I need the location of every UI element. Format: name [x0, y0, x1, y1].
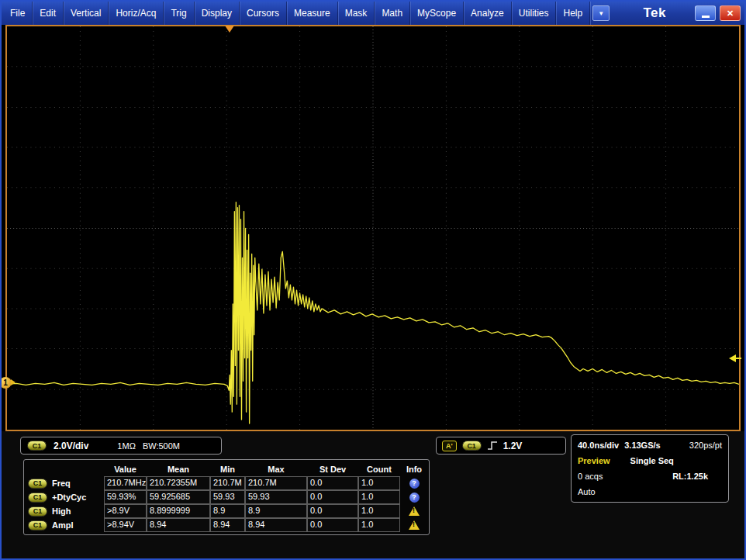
sample-rate-value: 3.13GS/s: [624, 441, 660, 450]
tek-logo: Tek: [643, 5, 666, 21]
channel1-badge[interactable]: C1: [28, 520, 47, 531]
warning-icon[interactable]: [409, 506, 420, 516]
input-impedance: 1MΩ: [117, 441, 136, 451]
max-cell: 210.7M: [245, 476, 307, 490]
chevron-down-icon: ▼: [598, 10, 604, 17]
measurement-name: High: [52, 506, 71, 516]
status-area: C1 2.0V/div 1MΩ BW:500M A' C1 1.2V 40.0n…: [2, 431, 744, 558]
menu-dropdown-button[interactable]: ▼: [592, 5, 610, 21]
trigger-level-arrow[interactable]: [729, 354, 741, 362]
trigger-readout[interactable]: A' C1 1.2V: [436, 437, 566, 455]
channel1-badge[interactable]: C1: [27, 441, 47, 451]
count-cell: 1.0: [358, 504, 400, 518]
graticule: [7, 26, 739, 430]
header-info: Info: [400, 465, 428, 474]
menu-item-math[interactable]: Math: [375, 2, 410, 25]
mean-cell: 8.8999999: [147, 504, 210, 518]
info-icon[interactable]: [409, 493, 420, 503]
mean-cell: 59.925685: [147, 490, 210, 504]
count-cell: 1.0: [358, 490, 400, 504]
stdev-cell: 0.0: [307, 518, 358, 532]
mean-cell: 8.94: [147, 518, 210, 532]
minimize-icon: [702, 16, 710, 18]
bandwidth-limit: BW:500M: [143, 441, 180, 451]
preview-status: Preview: [578, 456, 610, 465]
count-cell: 1.0: [358, 476, 400, 490]
value-cell: 210.7MHz: [104, 476, 147, 490]
header-max: Max: [245, 465, 307, 474]
min-cell: 59.93: [210, 490, 245, 504]
header-stdev: St Dev: [307, 465, 358, 474]
menu-item-display[interactable]: Display: [195, 2, 240, 25]
measurement-name: Ampl: [52, 520, 74, 530]
trigger-source-badge[interactable]: A': [442, 441, 457, 451]
menu-item-horiz-acq[interactable]: Horiz/Acq: [109, 2, 164, 25]
waveform-display[interactable]: 1: [5, 25, 741, 431]
menu-item-mask[interactable]: Mask: [338, 2, 375, 25]
stdev-cell: 0.0: [307, 490, 358, 504]
menu-item-cursors[interactable]: Cursors: [240, 2, 287, 25]
stdev-cell: 0.0: [307, 476, 358, 490]
measurement-row-freq: C1 Freq 210.7MHz 210.72355M 210.7M 210.7…: [25, 476, 428, 490]
value-cell: >8.94V: [104, 518, 147, 532]
warning-icon[interactable]: [409, 520, 420, 530]
trigger-channel-badge[interactable]: C1: [462, 441, 482, 451]
channel1-reference-marker[interactable]: 1: [0, 377, 12, 389]
resolution-value: 320ps/pt: [689, 441, 722, 450]
menu-item-edit[interactable]: Edit: [33, 2, 64, 25]
channel1-badge[interactable]: C1: [28, 506, 47, 517]
measurement-name: +DtyCyc: [52, 493, 86, 502]
menu-item-help[interactable]: Help: [556, 2, 590, 25]
close-button[interactable]: ✕: [720, 5, 741, 21]
menu-item-vertical[interactable]: Vertical: [64, 2, 109, 25]
count-cell: 1.0: [358, 518, 400, 532]
acquisition-count: 0 acqs: [578, 472, 603, 481]
header-count: Count: [358, 465, 400, 474]
min-cell: 8.9: [210, 504, 245, 518]
menu-item-analyze[interactable]: Analyze: [464, 2, 512, 25]
measurement-table-header: Value Mean Min Max St Dev Count Info: [25, 461, 428, 476]
timebase-value: 40.0ns/div: [578, 441, 619, 450]
measurement-name: Freq: [52, 479, 71, 488]
value-cell: >8.9V: [104, 504, 147, 518]
max-cell: 8.94: [245, 518, 307, 532]
menu-item-trig[interactable]: Trig: [164, 2, 194, 25]
close-icon: ✕: [727, 9, 734, 19]
trigger-mode: Auto: [578, 487, 596, 496]
waveform-trace: [7, 202, 739, 423]
header-mean: Mean: [147, 465, 210, 474]
acquisition-mode: Single Seq: [630, 456, 674, 465]
menu-item-file[interactable]: File: [3, 2, 33, 25]
header-min: Min: [210, 465, 245, 474]
oscilloscope-window: File Edit Vertical Horiz/Acq Trig Displa…: [0, 0, 746, 560]
measurement-row-ampl: C1 Ampl >8.94V 8.94 8.94 8.94 0.0 1.0: [25, 518, 428, 532]
menu-item-utilities[interactable]: Utilities: [512, 2, 557, 25]
measurement-table: Value Mean Min Max St Dev Count Info C1 …: [23, 459, 430, 535]
stdev-cell: 0.0: [307, 504, 358, 518]
channel1-badge[interactable]: C1: [28, 479, 47, 489]
menu-item-myscope[interactable]: MyScope: [410, 2, 464, 25]
record-length: RL:1.25k: [672, 472, 708, 481]
horizontal-acquisition-readout[interactable]: 40.0ns/div 3.13GS/s 320ps/pt Preview Sin…: [571, 434, 729, 503]
min-cell: 8.94: [210, 518, 245, 532]
measurement-row-high: C1 High >8.9V 8.8999999 8.9 8.9 0.0 1.0: [25, 504, 428, 518]
minimize-button[interactable]: [695, 5, 716, 21]
min-cell: 210.7M: [210, 476, 245, 490]
info-icon[interactable]: [409, 479, 420, 489]
rising-edge-slope-icon: [487, 441, 498, 451]
value-cell: 59.93%: [104, 490, 147, 504]
max-cell: 8.9: [245, 504, 307, 518]
menu-bar: File Edit Vertical Horiz/Acq Trig Displa…: [2, 2, 744, 25]
trigger-level-value: 1.2V: [503, 441, 523, 451]
measurement-row-dtycyc: C1 +DtyCyc 59.93% 59.925685 59.93 59.93 …: [25, 490, 428, 504]
vertical-scale: 2.0V/div: [54, 441, 88, 451]
channel-readout[interactable]: C1 2.0V/div 1MΩ BW:500M: [20, 437, 222, 455]
header-value: Value: [104, 465, 147, 474]
max-cell: 59.93: [245, 490, 307, 504]
mean-cell: 210.72355M: [147, 476, 210, 490]
menu-item-measure[interactable]: Measure: [287, 2, 338, 25]
channel1-badge[interactable]: C1: [28, 493, 47, 503]
trigger-position-marker[interactable]: [225, 26, 234, 33]
